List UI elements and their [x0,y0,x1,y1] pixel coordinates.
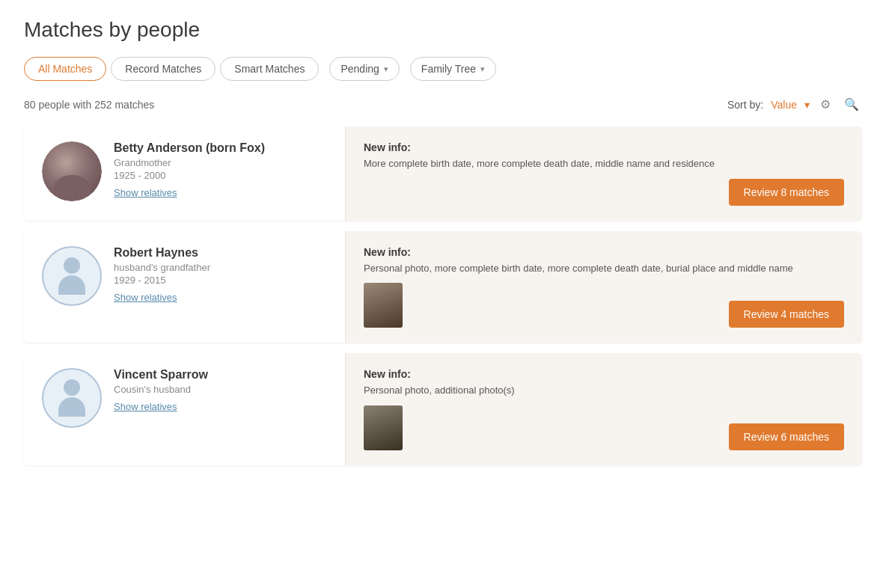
person-info-1: Robert Haynes husband's grandfather 1929… [114,246,327,304]
person-relation-0: Grandmother [114,157,327,168]
silhouette-head-2 [64,379,80,396]
photo-inner-2 [364,405,403,450]
family-tree-chevron-icon: ▾ [480,64,485,74]
tab-all-matches[interactable]: All Matches [24,57,106,81]
tab-smart-matches[interactable]: Smart Matches [220,57,319,81]
avatar-1 [42,246,102,306]
new-info-label-1: New info: [364,246,844,258]
person-relation-2: Cousin's husband [114,384,327,395]
stats-row: 80 people with 252 matches Sort by: Valu… [24,94,862,114]
pending-chevron-icon: ▾ [384,64,388,74]
preview-photos-2 [364,405,403,450]
review-button-2[interactable]: Review 6 matches [729,423,844,450]
preview-photo-1 [364,283,403,328]
card-bottom-1: Review 4 matches [364,283,844,328]
sort-value[interactable]: Value [771,99,797,111]
silhouette-head-1 [64,257,80,274]
tabs-bar: All Matches Record Matches Smart Matches… [24,57,862,81]
avatar-2 [42,368,102,428]
card-bottom-2: Review 6 matches [364,405,844,450]
avatar-image-betty [42,141,102,201]
person-name-1: Robert Haynes [114,246,327,260]
card-left-0: Betty Anderson (born Fox) Grandmother 19… [24,126,346,221]
sort-area: Sort by: Value ▾ ⚙ 🔍 [727,94,862,114]
match-card-0: Betty Anderson (born Fox) Grandmother 19… [24,126,862,221]
person-relation-1: husband's grandfather [114,262,327,273]
sort-arrow-icon[interactable]: ▾ [804,99,810,111]
new-info-text-1: Personal photo, more complete birth date… [364,261,844,276]
show-relatives-2[interactable]: Show relatives [114,401,177,412]
review-button-0[interactable]: Review 8 matches [729,179,844,206]
card-left-1: Robert Haynes husband's grandfather 1929… [24,231,346,343]
card-right-2: New info: Personal photo, additional pho… [346,353,862,465]
settings-icon[interactable]: ⚙ [817,94,834,114]
person-info-0: Betty Anderson (born Fox) Grandmother 19… [114,141,327,199]
new-info-label-0: New info: [364,141,844,153]
silhouette-body-2 [58,397,85,417]
search-icon[interactable]: 🔍 [841,94,862,114]
review-button-1[interactable]: Review 4 matches [729,301,844,328]
card-bottom-0: Review 8 matches [364,179,844,206]
sort-label: Sort by: [727,99,763,111]
new-info-label-2: New info: [364,368,844,380]
card-right-0: New info: More complete birth date, more… [346,126,862,221]
tab-pending-dropdown[interactable]: Pending ▾ [329,57,399,81]
preview-photos-1 [364,283,403,328]
person-name-2: Vincent Sparrow [114,368,327,382]
silhouette-body-1 [58,275,85,295]
preview-photo-2 [364,405,403,450]
person-silhouette-1 [58,257,85,295]
tab-family-tree-dropdown[interactable]: Family Tree ▾ [410,57,496,81]
stats-summary: 80 people with 252 matches [24,99,154,111]
new-info-text-0: More complete birth date, more complete … [364,156,844,171]
page-title: Matches by people [24,18,862,42]
pending-label: Pending [340,63,379,75]
person-years-0: 1925 - 2000 [114,170,327,181]
match-card-1: Robert Haynes husband's grandfather 1929… [24,231,862,343]
photo-inner-1 [364,283,403,328]
person-years-1: 1929 - 2015 [114,275,327,286]
family-tree-label: Family Tree [421,63,476,75]
person-info-2: Vincent Sparrow Cousin's husband Show re… [114,368,327,413]
match-card-2: Vincent Sparrow Cousin's husband Show re… [24,353,862,465]
person-silhouette-2 [58,379,85,417]
tab-record-matches[interactable]: Record Matches [111,57,216,81]
card-right-1: New info: Personal photo, more complete … [346,231,862,343]
avatar-0 [42,141,102,201]
show-relatives-0[interactable]: Show relatives [114,187,177,198]
show-relatives-1[interactable]: Show relatives [114,292,177,303]
card-left-2: Vincent Sparrow Cousin's husband Show re… [24,353,346,465]
person-name-0: Betty Anderson (born Fox) [114,141,327,155]
new-info-text-2: Personal photo, additional photo(s) [364,383,844,398]
